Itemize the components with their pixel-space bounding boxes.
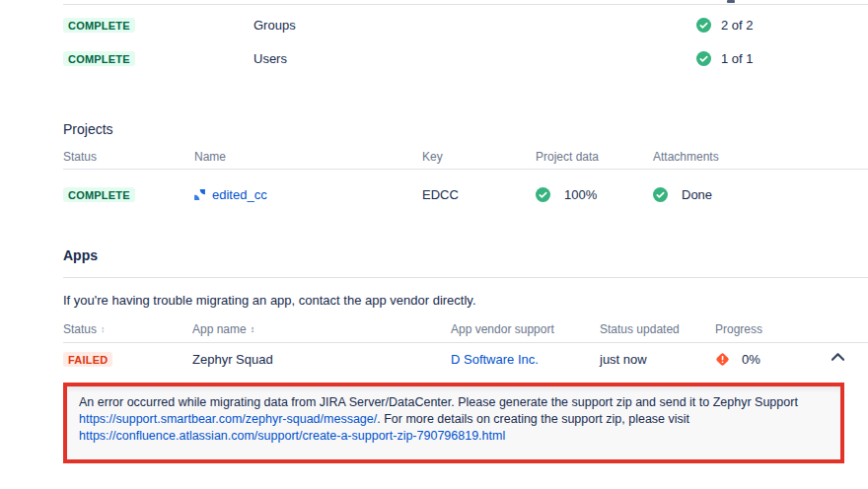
column-header-name: Name	[194, 149, 226, 165]
projects-section-title: Projects	[63, 120, 113, 138]
summary-item-name: Users	[253, 50, 287, 66]
summary-item-name: Groups	[253, 17, 296, 33]
status-badge: FAILED	[63, 352, 112, 367]
divider	[63, 342, 868, 344]
app-progress: 0%	[742, 352, 760, 367]
summary-item-count: 1 of 1	[721, 51, 754, 66]
jira-project-icon	[193, 188, 206, 201]
apps-section-title: Apps	[63, 246, 98, 264]
column-header-progress: Progress	[715, 321, 762, 337]
check-circle-icon	[696, 18, 711, 33]
column-header-vendor-support: App vendor support	[451, 321, 554, 337]
check-circle-icon	[696, 51, 711, 66]
check-circle-icon	[653, 187, 668, 202]
column-header-attachments: Attachments	[653, 149, 719, 165]
project-data-progress: 100%	[564, 187, 597, 202]
sort-icon: ↕	[251, 324, 255, 334]
error-message-text: . For more details on creating the suppo…	[377, 412, 689, 426]
attachments-status: Done	[682, 187, 712, 202]
app-row: FAILED Zephyr Squad D Software Inc. just…	[0, 351, 868, 367]
check-circle-icon	[536, 187, 550, 202]
chevron-up-icon[interactable]	[829, 350, 846, 364]
column-header-status[interactable]: Status ↕	[63, 321, 106, 337]
column-header-project-data: Project data	[536, 149, 599, 165]
summary-row: COMPLETE Groups 2 of 2	[0, 17, 868, 33]
support-zip-docs-link[interactable]: https://confluence.atlassian.com/support…	[79, 429, 505, 443]
summary-row: COMPLETE Users 1 of 1	[0, 50, 868, 66]
projects-table-header: Status Name Key Project data Attachments	[0, 149, 868, 165]
column-header-status: Status	[63, 149, 97, 165]
project-key: EDCC	[422, 186, 459, 202]
status-updated: just now	[600, 351, 647, 367]
error-message: An error occurred while migrating data f…	[67, 386, 840, 453]
migration-details-page: COMPLETE Groups 2 of 2 COMPLETE Users 1 …	[0, 0, 868, 489]
status-badge: COMPLETE	[63, 51, 135, 66]
project-row: COMPLETE edited_cc EDCC 100% Done	[0, 186, 868, 202]
support-zip-link[interactable]: https://support.smartbear.com/zephyr-squ…	[79, 412, 377, 426]
apps-vendor-note: If you're having trouble migrating an ap…	[63, 292, 476, 309]
app-name: Zephyr Squad	[192, 351, 273, 367]
divider	[63, 169, 868, 171]
column-header-status-updated: Status updated	[600, 321, 680, 337]
sort-icon: ↕	[101, 324, 106, 334]
error-message-text: An error occurred while migrating data f…	[79, 395, 798, 409]
apps-table-header: Status ↕ App name ↕ App vendor support S…	[0, 321, 868, 337]
error-diamond-icon	[715, 352, 730, 367]
status-badge: COMPLETE	[63, 18, 135, 33]
column-header-app-name[interactable]: App name ↕	[192, 321, 254, 337]
app-error-panel: An error occurred while migrating data f…	[63, 383, 844, 463]
column-header-key: Key	[422, 149, 443, 165]
summary-item-count: 2 of 2	[721, 18, 754, 33]
vendor-support-link[interactable]: D Software Inc.	[451, 352, 539, 367]
project-link[interactable]: edited_cc	[212, 187, 267, 202]
divider	[63, 4, 868, 6]
divider	[63, 277, 868, 279]
status-badge: COMPLETE	[63, 187, 135, 202]
cropped-text-fragment	[727, 0, 735, 3]
